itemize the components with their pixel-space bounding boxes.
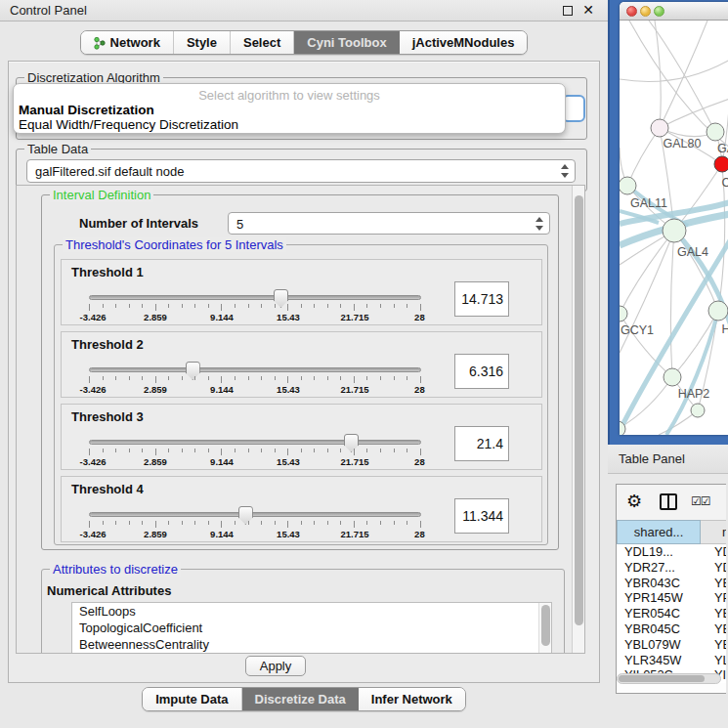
cell-shared-name: YBR043C — [617, 576, 701, 591]
tab-style-label: Style — [187, 35, 217, 50]
apply-button[interactable]: Apply — [245, 656, 306, 676]
table-hscrollbar[interactable] — [617, 673, 721, 684]
minimize-traffic-light[interactable] — [640, 6, 651, 17]
table-row[interactable]: YBR045CYBR0 — [617, 621, 726, 637]
table-row[interactable]: YDL19...YDL1 — [617, 544, 726, 560]
attributes-scrollbar[interactable] — [538, 603, 551, 654]
tab-infer-network[interactable]: Infer Network — [359, 688, 465, 710]
attributes-group-title: Attributes to discretize — [50, 562, 181, 577]
select-columns-icon[interactable]: ☑☑ — [691, 494, 710, 508]
dropdown-option-manual-discretization[interactable]: Manual Discretization — [19, 103, 154, 117]
network-view-window: GAL80GACGAL11GAL4GCY1HHAP2 — [608, 0, 728, 445]
dropdown-option-equal-width-frequency[interactable]: Equal Width/Frequency Discretization — [19, 117, 238, 132]
zoom-traffic-light[interactable] — [654, 6, 664, 17]
gear-icon[interactable]: ⚙ — [626, 492, 642, 511]
tab-discretize-data[interactable]: Discretize Data — [242, 688, 359, 710]
main-scrollbar[interactable] — [572, 186, 584, 653]
settings-scrollpane: Interval Definition Number of Intervals … — [16, 185, 585, 654]
threshold-slider[interactable] — [89, 295, 421, 300]
network-edge — [670, 231, 674, 377]
table-row[interactable]: YDR27...YDR2 — [617, 560, 726, 576]
cell-shared-name: YBL079W — [617, 637, 701, 653]
scrollbar-thumb[interactable] — [575, 195, 583, 625]
tab-select[interactable]: Select — [231, 31, 294, 54]
network-window-titlebar — [620, 2, 728, 21]
column-header-name[interactable]: na — [701, 520, 726, 544]
network-node-gcy1[interactable] — [620, 306, 627, 321]
network-node-gal4[interactable] — [663, 219, 686, 242]
thresholds-group: Threshold's Coordinates for 5 Intervals … — [54, 244, 548, 545]
attribute-item[interactable]: SelfLoops — [72, 603, 551, 620]
node-table: ⚙ ☑☑ shared... na YDL19...YDL1YDR27...YD… — [616, 484, 726, 694]
tab-cyni-toolbox[interactable]: Cyni Toolbox — [294, 31, 399, 54]
tab-infer-network-label: Infer Network — [371, 692, 452, 707]
numerical-attributes-list[interactable]: SelfLoopsTopologicalCoefficientBetweenne… — [71, 602, 552, 654]
table-panel-body: ⚙ ☑☑ shared... na YDL19...YDL1YDR27...YD… — [608, 474, 728, 728]
columns-icon[interactable] — [660, 493, 677, 510]
network-canvas[interactable]: GAL80GACGAL11GAL4GCY1HHAP2 — [620, 21, 728, 435]
control-panel: Control Panel ✕ — [0, 0, 608, 728]
slider-tick-labels: -3.4262.8599.14415.4321.71528 — [89, 312, 421, 322]
cell-name: YLR3 — [701, 653, 726, 668]
slider-tick-labels: -3.4262.8599.14415.4321.71528 — [89, 529, 421, 539]
float-panel-icon[interactable] — [563, 6, 573, 16]
attribute-item[interactable]: BetweennessCentrality — [72, 636, 551, 653]
scrollbar-thumb[interactable] — [541, 605, 550, 646]
slider-tick-labels: -3.4262.8599.14415.4321.71528 — [89, 456, 421, 467]
cell-name: YPR1 — [701, 590, 726, 606]
network-node-hap2[interactable] — [664, 368, 681, 386]
table-row[interactable]: YPR145WYPR1 — [617, 590, 726, 606]
network-edge — [649, 21, 715, 132]
table-rows: YDL19...YDL1YDR27...YDR2YBR043CYBR0YPR14… — [617, 544, 726, 683]
slider-ticks — [89, 376, 421, 383]
threshold-value-field[interactable]: 21.4 — [454, 426, 509, 461]
threshold-value-field[interactable]: 11.344 — [454, 498, 509, 534]
bottom-tab-bar: Impute Data Discretize Data Infer Networ… — [0, 687, 608, 711]
threshold-slider[interactable] — [89, 367, 421, 372]
tab-network[interactable]: Network — [81, 31, 174, 54]
threshold-slider[interactable] — [89, 512, 421, 517]
tab-group: Network Style Select Cyni Toolbox jActiv… — [80, 30, 529, 55]
node-label: GAL11 — [630, 196, 667, 210]
network-node-gal11[interactable] — [620, 177, 636, 194]
tab-style[interactable]: Style — [174, 31, 231, 54]
attribute-item[interactable]: TopologicalCoefficient — [72, 620, 551, 636]
threshold-value-field[interactable]: 6.316 — [454, 354, 509, 389]
tab-impute-data-label: Impute Data — [155, 692, 228, 707]
network-node-h[interactable] — [708, 301, 728, 321]
threshold-label: Threshold 2 — [71, 337, 144, 352]
algorithm-dropdown-popup: Select algorithm to view settings Manual… — [13, 83, 566, 134]
table-row[interactable]: YBR043CYBR0 — [617, 576, 726, 591]
table-row[interactable]: YER054CYER0 — [617, 606, 726, 621]
cell-shared-name: YPR145W — [617, 590, 701, 606]
network-node[interactable] — [691, 404, 705, 417]
threshold-panel-2: Threshold 2-3.4262.8599.14415.4321.71528… — [61, 331, 542, 398]
tab-jactivemnodules[interactable]: jActiveMNodules — [400, 31, 528, 54]
network-node-c[interactable] — [714, 156, 728, 172]
threshold-value-field[interactable]: 14.713 — [454, 281, 509, 317]
interval-definition-title: Interval Definition — [50, 188, 153, 202]
column-header-shared-name[interactable]: shared... — [617, 520, 701, 544]
network-node-ga[interactable] — [707, 123, 724, 141]
network-node-gal80[interactable] — [651, 119, 668, 137]
scrollbar-thumb[interactable] — [619, 675, 705, 682]
table-row[interactable]: YBL079WYBL0 — [617, 637, 726, 653]
cell-name: YBL0 — [701, 637, 726, 653]
node-label: GCY1 — [621, 323, 654, 337]
attributes-items: SelfLoopsTopologicalCoefficientBetweenne… — [72, 603, 551, 653]
number-of-intervals-value: 5 — [236, 216, 243, 231]
network-graph: GAL80GACGAL11GAL4GCY1HHAP2 — [620, 21, 728, 435]
number-of-intervals-combobox[interactable]: 5 — [228, 212, 550, 235]
tab-impute-data[interactable]: Impute Data — [143, 688, 241, 710]
table-data-combobox[interactable]: galFiltered.sif default node — [26, 159, 576, 183]
close-panel-icon[interactable]: ✕ — [582, 2, 594, 18]
table-row[interactable]: YLR345WYLR3 — [617, 653, 726, 668]
table-header-row: shared... na — [617, 520, 726, 544]
tab-select-label: Select — [243, 35, 280, 50]
threshold-label: Threshold 3 — [71, 409, 144, 424]
close-traffic-light[interactable] — [626, 6, 637, 17]
threshold-slider[interactable] — [89, 440, 421, 445]
interval-definition-group: Interval Definition Number of Intervals … — [41, 194, 559, 550]
cyni-toolbox-content: Discretization Algorithm Select algorith… — [8, 61, 600, 683]
cell-name: YDR2 — [701, 560, 726, 576]
